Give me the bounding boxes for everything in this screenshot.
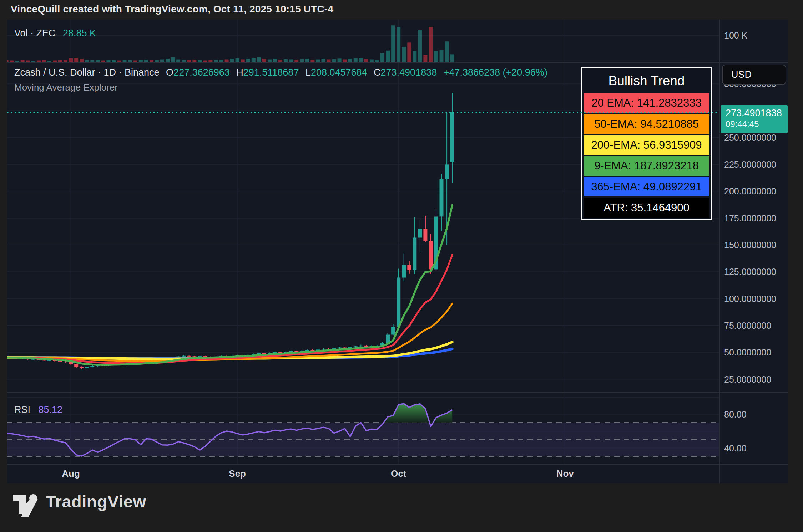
volume-bar [144,60,148,62]
volume-bar [133,61,137,62]
volume-bar [252,58,256,62]
volume-bar [343,60,347,62]
volume-bar [359,58,363,62]
open-value: 227.3626963 [173,67,230,78]
volume-bar [273,59,277,62]
volume-bar [112,60,116,62]
candle-body [80,367,84,368]
volume-bar [386,51,390,62]
candle-body [423,229,427,241]
volume-axis-tick: 100 K [724,30,747,41]
volume-legend[interactable]: Vol · ZEC 28.85 K [14,28,96,39]
volume-bar [278,60,282,62]
volume-bar [166,59,170,62]
volume-bar [257,57,261,62]
volume-bar [192,60,196,62]
volume-bar [58,60,62,62]
volume-bar [106,60,110,62]
candle-body [192,356,196,357]
close-label: C [374,67,381,78]
volume-legend-value: 28.85 K [63,28,96,39]
candle-body [182,356,186,357]
tradingview-logo-icon[interactable] [13,494,41,520]
tradingview-wordmark[interactable]: TradingView [46,492,146,511]
volume-bar [80,59,84,62]
rsi-legend-label: RSI [14,404,30,415]
trend-row-atr: ATR: 35.1464900 [584,198,709,218]
high-label: H [236,67,243,78]
volume-bar [397,27,400,62]
volume-bar [284,59,288,62]
candle-body [429,241,433,270]
price-axis-tick: 25.0000000 [724,374,771,385]
indicator-legend[interactable]: Moving Average Explorer [14,82,118,93]
volume-bar [402,47,406,62]
volume-bar [268,60,272,62]
volume-bar [15,61,19,62]
time-axis[interactable]: AugSepOctNov [7,464,719,483]
candle-body [305,350,309,351]
volume-bar [214,60,218,62]
close-value: 273.4901838 [381,67,437,78]
time-axis-label-oct[interactable]: Oct [377,468,420,479]
volume-bar [413,51,416,62]
volume-legend-label: Vol · ZEC [14,28,56,39]
currency-toggle-button[interactable]: USD [722,65,786,85]
volume-bar [225,60,229,62]
low-value: 208.0457684 [311,67,367,78]
candle-body [391,327,395,335]
volume-bar [391,25,395,62]
price-axis-tick: 225.0000000 [724,159,776,170]
trend-row-200-ema: 200-EMA: 56.9315909 [584,135,709,155]
volume-bar [139,60,143,62]
volume-bar [26,61,30,62]
volume-bar [246,59,250,62]
volume-bar [208,60,212,62]
candle-body [418,229,422,238]
volume-bar [338,58,342,62]
time-axis-label-aug[interactable]: Aug [50,468,92,479]
volume-bar [445,41,449,62]
volume-bar [187,60,191,62]
volume-bar [47,61,51,62]
volume-bar [332,59,336,62]
volume-bar [37,61,41,62]
candle-body [85,367,89,368]
volume-bar [364,59,368,62]
volume-bar [198,60,202,62]
price-axis-tick: 100.0000000 [724,293,776,304]
rsi-legend[interactable]: RSI 85.12 [14,404,62,415]
bullish-trend-panel[interactable]: Bullish Trend 20 EMA: 141.283233350-EMA:… [581,67,712,220]
trend-row-50-ema: 50-EMA: 94.5210885 [584,114,709,134]
volume-bar [241,60,245,62]
candle-body [338,348,342,348]
volume-bar [42,60,46,62]
title-bar: VinceQuill created with TradingView.com,… [0,0,803,20]
volume-bar [262,59,266,62]
volume-bar [21,60,25,62]
price-axis-tick: 250.0000000 [724,132,776,143]
open-label: O [166,67,173,78]
countdown-timer: 09:44:45 [726,119,788,129]
time-axis-label-nov[interactable]: Nov [544,468,586,479]
volume-bar [10,61,14,62]
volume-bar [176,60,180,62]
volume-bar [171,57,175,62]
price-axis-tick: 75.0000000 [724,320,771,331]
price-axis-tick: 50.0000000 [724,347,771,358]
volume-bar [31,61,35,62]
symbol-legend[interactable]: Zcash / U.S. Dollar · 1D · Binance O227.… [14,67,547,78]
volume-bar [230,59,234,62]
time-axis-label-sep[interactable]: Sep [216,468,259,479]
volume-bar [300,59,304,62]
candle-body [289,351,293,352]
volume-bar [69,58,73,62]
price-axis[interactable]: USD 273.4901838 09:44:45 100 K300.000000… [719,20,788,483]
candle-body [450,112,454,162]
volume-bar [90,60,94,62]
volume-bar [203,61,207,62]
volume-bar [236,58,239,62]
volume-bar [74,58,78,62]
candle-body [397,278,400,327]
volume-bar [64,60,67,62]
